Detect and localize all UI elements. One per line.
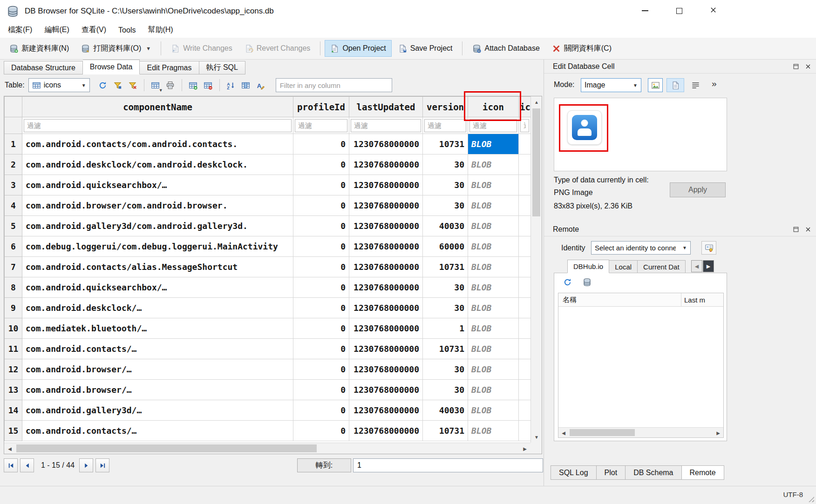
cell-componentname[interactable]: com.android.quicksearchbox/… bbox=[22, 175, 293, 195]
cell-profileid[interactable]: 0 bbox=[293, 155, 349, 175]
table-select[interactable]: icons ▼ bbox=[28, 78, 90, 92]
table-row[interactable]: 8com.android.quicksearchbox/…01230768000… bbox=[5, 277, 531, 298]
cell-profileid[interactable]: 0 bbox=[293, 298, 349, 318]
table-row[interactable]: 10com.mediatek.bluetooth/…01230768000000… bbox=[5, 318, 531, 339]
scroll-right-button[interactable]: ▶ bbox=[519, 443, 530, 454]
cell-version[interactable]: 30 bbox=[423, 155, 468, 175]
cell-partial[interactable] bbox=[519, 339, 531, 359]
open-database-button[interactable]: 打開資料庫(O)▼ bbox=[75, 40, 156, 57]
word-wrap-button[interactable] bbox=[688, 78, 703, 92]
cell-componentname[interactable]: com.debug.loggerui/com.debug.loggerui.Ma… bbox=[22, 236, 293, 257]
remote-refresh-button[interactable] bbox=[560, 275, 575, 289]
cell-icon[interactable]: BLOB bbox=[468, 257, 519, 277]
table-row[interactable]: 4com.android.browser/com.android.browser… bbox=[5, 195, 531, 216]
mode-select[interactable]: Image ▼ bbox=[581, 78, 641, 92]
cell-lastupdated[interactable]: 1230768000000 bbox=[349, 216, 423, 236]
tab-scroll-right-button[interactable]: ▶ bbox=[703, 260, 714, 272]
save-project-button[interactable]: Save Project bbox=[393, 40, 458, 57]
table-row[interactable]: 3com.android.quicksearchbox/…01230768000… bbox=[5, 175, 531, 195]
cell-profileid[interactable]: 0 bbox=[293, 277, 349, 298]
cell-version[interactable]: 30 bbox=[423, 195, 468, 216]
cell-version[interactable]: 10731 bbox=[423, 134, 468, 155]
cell-icon[interactable]: BLOB bbox=[468, 400, 519, 421]
row-number[interactable]: 14 bbox=[5, 400, 22, 421]
cell-version[interactable]: 1 bbox=[423, 318, 468, 339]
import-certificate-button[interactable] bbox=[701, 241, 716, 255]
cell-version[interactable]: 10731 bbox=[423, 339, 468, 359]
cell-partial[interactable] bbox=[519, 236, 531, 257]
cell-profileid[interactable]: 0 bbox=[293, 175, 349, 195]
cell-componentname[interactable]: com.android.contacts/… bbox=[22, 421, 293, 441]
row-number[interactable]: 10 bbox=[5, 318, 22, 339]
sort-asc-button[interactable]: AZ bbox=[224, 78, 238, 92]
dropdown-arrow-icon[interactable]: ▼ bbox=[159, 88, 163, 93]
cell-icon[interactable]: BLOB bbox=[468, 155, 519, 175]
cell-lastupdated[interactable]: 1230768000000 bbox=[349, 236, 423, 257]
cell-lastupdated[interactable]: 1230768000000 bbox=[349, 359, 423, 380]
cell-componentname[interactable]: com.android.contacts/com.android.contact… bbox=[22, 134, 293, 155]
apply-button[interactable]: Apply bbox=[670, 182, 726, 197]
column-header-profileid[interactable]: profileId bbox=[293, 97, 349, 117]
cell-icon[interactable]: BLOB bbox=[468, 298, 519, 318]
cell-version[interactable]: 40030 bbox=[423, 400, 468, 421]
row-number[interactable]: 8 bbox=[5, 277, 22, 298]
cell-componentname[interactable]: com.android.deskclock/com.android.deskcl… bbox=[22, 155, 293, 175]
cell-lastupdated[interactable]: 1230768000000 bbox=[349, 155, 423, 175]
cell-icon[interactable]: BLOB bbox=[468, 134, 519, 155]
table-row[interactable]: 14com.android.gallery3d/…012307680000004… bbox=[5, 400, 531, 421]
next-record-button[interactable] bbox=[79, 458, 93, 472]
cell-partial[interactable] bbox=[519, 421, 531, 441]
table-row[interactable]: 6com.debug.loggerui/com.debug.loggerui.M… bbox=[5, 236, 531, 257]
cell-componentname[interactable]: com.android.gallery3d/… bbox=[22, 400, 293, 421]
cell-lastupdated[interactable]: 1230768000000 bbox=[349, 175, 423, 195]
clone-database-button[interactable] bbox=[579, 275, 594, 289]
table-row[interactable]: 2com.android.deskclock/com.android.deskc… bbox=[5, 155, 531, 175]
menu-item-f[interactable]: 檔案(F) bbox=[2, 23, 38, 37]
filter-input-ic[interactable] bbox=[520, 119, 529, 132]
column-header-name[interactable]: 名稱 bbox=[558, 296, 681, 304]
cell-partial[interactable] bbox=[519, 216, 531, 236]
dock-tab-remote[interactable]: Remote bbox=[682, 465, 724, 480]
table-row[interactable]: 5com.android.gallery3d/com.android.galle… bbox=[5, 216, 531, 236]
cell-icon[interactable]: BLOB bbox=[468, 277, 519, 298]
previous-record-button[interactable] bbox=[20, 458, 34, 472]
cell-profileid[interactable]: 0 bbox=[293, 195, 349, 216]
column-header-version[interactable]: version bbox=[423, 97, 468, 117]
cell-partial[interactable] bbox=[519, 175, 531, 195]
edit-columns-button[interactable] bbox=[238, 78, 253, 92]
menu-item-tools[interactable]: Tools bbox=[112, 24, 142, 37]
cell-componentname[interactable]: com.android.browser/com.android.browser. bbox=[22, 195, 293, 216]
scroll-left-button[interactable]: ◀ bbox=[4, 443, 15, 454]
cell-componentname[interactable]: com.android.contacts/… bbox=[22, 339, 293, 359]
cell-profileid[interactable]: 0 bbox=[293, 400, 349, 421]
cell-componentname[interactable]: com.mediatek.bluetooth/… bbox=[22, 318, 293, 339]
cell-partial[interactable] bbox=[519, 277, 531, 298]
scroll-down-button[interactable]: ▼ bbox=[531, 431, 542, 443]
cell-lastupdated[interactable]: 1230768000000 bbox=[349, 134, 423, 155]
cell-componentname[interactable]: com.android.browser/… bbox=[22, 359, 293, 380]
table-row[interactable]: 1com.android.contacts/com.android.contac… bbox=[5, 134, 531, 155]
cell-version[interactable]: 30 bbox=[423, 175, 468, 195]
insert-record-button[interactable] bbox=[186, 78, 201, 92]
clear-filters-button[interactable] bbox=[125, 78, 140, 92]
column-header-lastupdated[interactable]: lastUpdated bbox=[349, 97, 423, 117]
scroll-left-button[interactable]: ◀ bbox=[558, 428, 569, 438]
print-button[interactable] bbox=[163, 78, 178, 92]
cell-version[interactable]: 10731 bbox=[423, 257, 468, 277]
cell-profileid[interactable]: 0 bbox=[293, 134, 349, 155]
cell-lastupdated[interactable]: 1230768000000 bbox=[349, 421, 423, 441]
scroll-up-button[interactable]: ▲ bbox=[531, 96, 542, 108]
filter-input-version[interactable] bbox=[424, 119, 466, 132]
cell-lastupdated[interactable]: 1230768000000 bbox=[349, 318, 423, 339]
cell-version[interactable]: 60000 bbox=[423, 236, 468, 257]
cell-componentname[interactable]: com.android.gallery3d/com.android.galler… bbox=[22, 216, 293, 236]
close-button[interactable] bbox=[700, 0, 727, 21]
tab-sql[interactable]: 執行 SQL bbox=[199, 61, 245, 74]
cell-version[interactable]: 30 bbox=[423, 380, 468, 400]
cell-partial[interactable] bbox=[519, 318, 531, 339]
remote-tab-current-dat[interactable]: Current Dat bbox=[638, 260, 686, 273]
write-changes-button[interactable]: Write Changes bbox=[165, 40, 238, 57]
filter-input-lastupdated[interactable] bbox=[351, 119, 421, 132]
cell-lastupdated[interactable]: 1230768000000 bbox=[349, 400, 423, 421]
remote-tab-dbhub-io[interactable]: DBHub.io bbox=[567, 260, 609, 273]
